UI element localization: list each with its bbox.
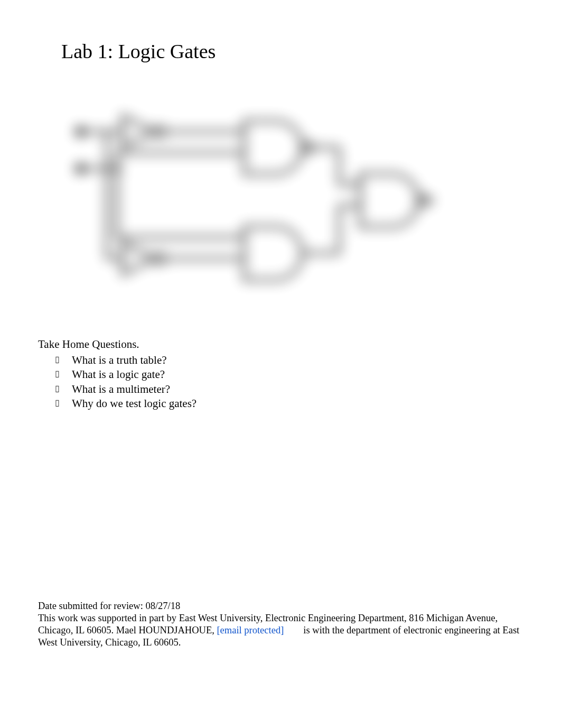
question-text: What is a logic gate? <box>72 368 165 381</box>
svg-point-21 <box>419 196 428 205</box>
bullet-icon: ▯ <box>55 398 60 409</box>
email-link[interactable]: [email protected] <box>217 625 284 635</box>
question-list: ▯ What is a truth table? ▯ What is a log… <box>38 353 523 411</box>
bullet-icon: ▯ <box>55 368 60 380</box>
list-item: ▯ What is a logic gate? <box>55 367 523 382</box>
svg-point-0 <box>77 128 84 135</box>
footer: Date submitted for review: 08/27/18 This… <box>38 600 523 649</box>
circuit-svg <box>64 95 434 296</box>
section-heading: Take Home Questions. <box>38 338 523 351</box>
page-title: Lab 1: Logic Gates <box>61 40 523 63</box>
document-page: Lab 1: Logic Gates <box>0 0 561 728</box>
question-text: Why do we test logic gates? <box>72 397 197 410</box>
bullet-icon: ▯ <box>55 354 60 365</box>
list-item: ▯ Why do we test logic gates? <box>55 397 523 411</box>
question-text: What is a truth table? <box>72 354 167 366</box>
support-line: This work was supported in part by East … <box>38 612 523 649</box>
list-item: ▯ What is a truth table? <box>55 353 523 367</box>
svg-point-1 <box>77 165 84 172</box>
question-text: What is a multimeter? <box>72 383 170 395</box>
logic-gate-diagram <box>64 95 434 296</box>
list-item: ▯ What is a multimeter? <box>55 382 523 397</box>
bullet-icon: ▯ <box>55 383 60 394</box>
date-submitted: Date submitted for review: 08/27/18 <box>38 600 523 612</box>
blurred-text <box>284 624 301 637</box>
svg-point-14 <box>303 143 312 152</box>
